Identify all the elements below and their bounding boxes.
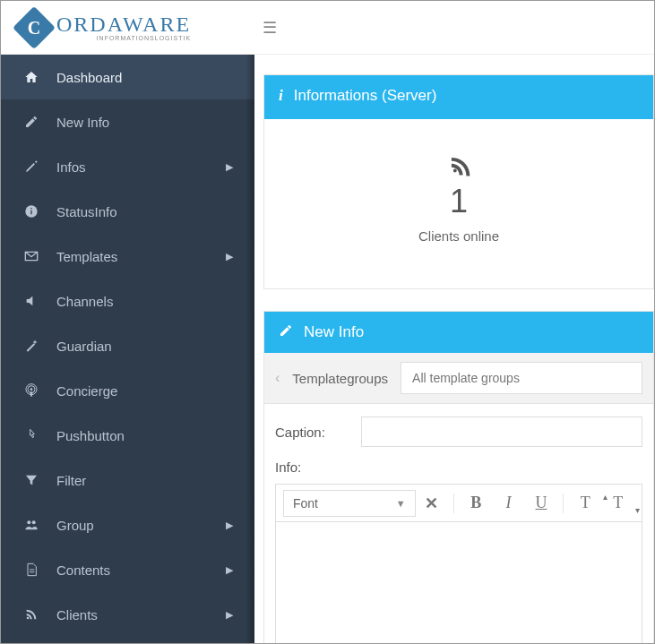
svg-point-6 — [27, 520, 30, 524]
clear-font-button[interactable]: ✕ — [416, 490, 448, 517]
editor-toolbar: Font ▼ ✕ B I U T▴ T▾ — [275, 484, 642, 521]
logo-mark: C — [13, 5, 56, 48]
edit-icon — [22, 115, 40, 129]
sidebar: DashboardNew InfoInfos▶StatusInfoTemplat… — [1, 55, 254, 643]
main-content: i Informations (Server) 1 Clients online… — [254, 55, 654, 643]
informations-panel-header: i Informations (Server) — [264, 75, 653, 116]
sidebar-item-filter[interactable]: Filter — [1, 458, 254, 502]
chevron-right-icon: ▶ — [226, 609, 233, 621]
sidebar-item-label: Infos — [56, 159, 86, 175]
caption-input[interactable] — [361, 416, 642, 447]
hamburger-icon[interactable]: ☰ — [263, 18, 277, 38]
edit-icon — [279, 323, 293, 342]
sidebar-item-label: New Info — [56, 115, 109, 130]
podcast-icon — [22, 383, 40, 398]
sidebar-item-label: Channels — [56, 294, 113, 309]
group-icon — [22, 518, 40, 532]
chevron-right-icon: ▶ — [226, 519, 233, 531]
templategroups-select[interactable]: All template groups — [401, 362, 642, 394]
sidebar-item-guardian[interactable]: Guardian — [1, 323, 254, 368]
home-icon — [22, 70, 40, 84]
logo-wordmark: ORDAWARE — [56, 13, 191, 35]
sidebar-item-contents[interactable]: Contents▶ — [1, 547, 254, 592]
sidebar-item-label: Pushbutton — [56, 428, 125, 443]
sidebar-item-label: Group — [56, 518, 94, 533]
underline-button[interactable]: U — [525, 490, 557, 517]
chevron-left-icon[interactable]: ‹ — [275, 370, 280, 386]
chevron-right-icon: ▶ — [226, 161, 233, 173]
font-select[interactable]: Font ▼ — [283, 490, 416, 517]
sidebar-item-label: Dashboard — [56, 70, 122, 85]
sidebar-item-dashboard[interactable]: Dashboard — [1, 55, 254, 99]
svg-rect-2 — [30, 208, 31, 209]
filter-icon — [22, 473, 40, 487]
logo-tagline: INFORMATIONSLOGISTIK — [56, 35, 191, 41]
sidebar-item-label: Clients — [56, 607, 98, 623]
rss-icon — [22, 607, 40, 622]
sidebar-item-label: Filter — [56, 473, 86, 488]
topbar: C ORDAWARE INFORMATIONSLOGISTIK ☰ — [1, 1, 654, 55]
file-icon — [22, 562, 40, 577]
logo[interactable]: C ORDAWARE INFORMATIONSLOGISTIK — [19, 13, 191, 43]
sidebar-item-new-info[interactable]: New Info — [1, 99, 254, 144]
chevron-right-icon: ▶ — [226, 564, 233, 576]
wand-icon — [22, 339, 40, 353]
sidebar-item-label: Templates — [56, 249, 117, 264]
superscript-button[interactable]: T▴ — [569, 490, 601, 517]
svg-point-8 — [27, 617, 30, 620]
informations-body: 1 Clients online — [264, 116, 653, 288]
templategroups-bar: ‹ Templategroups All template groups — [264, 353, 653, 404]
chevron-right-icon: ▶ — [226, 251, 233, 262]
envelope-icon — [22, 249, 40, 263]
sidebar-item-clients[interactable]: Clients▶ — [1, 592, 254, 637]
bold-button[interactable]: B — [460, 490, 492, 517]
newinfo-panel: New Info ‹ Templategroups All template g… — [263, 311, 654, 643]
clients-label: Clients online — [273, 228, 644, 244]
sidebar-item-statusinfo[interactable]: StatusInfo — [1, 189, 254, 234]
editor-body[interactable] — [275, 521, 642, 643]
sidebar-item-pushbutton[interactable]: Pushbutton — [1, 413, 254, 458]
caption-row: Caption: — [264, 404, 653, 452]
newinfo-title: New Info — [304, 323, 364, 341]
italic-button[interactable]: I — [492, 490, 524, 517]
font-select-label: Font — [293, 496, 318, 511]
info-icon: i — [279, 87, 283, 105]
info-label: Info: — [264, 452, 653, 477]
sidebar-item-channels[interactable]: Channels — [1, 279, 254, 323]
sidebar-item-concierge[interactable]: Concierge — [1, 368, 254, 413]
pointer-icon — [22, 428, 40, 442]
clients-count: 1 — [273, 185, 644, 218]
subscript-button[interactable]: T▾ — [602, 490, 634, 517]
sidebar-item-label: StatusInfo — [56, 204, 117, 219]
toolbar-separator — [563, 494, 564, 513]
toolbar-separator — [453, 494, 454, 513]
chevron-down-icon: ▼ — [396, 498, 406, 509]
caption-label: Caption: — [275, 425, 341, 440]
pencil-icon — [22, 159, 40, 174]
svg-point-7 — [32, 520, 36, 524]
informations-title: Informations (Server) — [294, 87, 437, 105]
rss-icon — [273, 155, 644, 182]
sidebar-item-infos[interactable]: Infos▶ — [1, 144, 254, 189]
newinfo-panel-header: New Info — [264, 312, 653, 353]
templategroups-value: All template groups — [412, 371, 520, 385]
logo-letter: C — [28, 17, 40, 38]
sidebar-item-label: Guardian — [56, 339, 112, 354]
svg-point-3 — [30, 388, 33, 391]
sidebar-item-group[interactable]: Group▶ — [1, 502, 254, 547]
sidebar-item-templates[interactable]: Templates▶ — [1, 234, 254, 279]
svg-rect-1 — [30, 210, 31, 215]
sidebar-item-label: Contents — [56, 562, 110, 578]
informations-panel: i Informations (Server) 1 Clients online — [263, 74, 654, 289]
info-icon — [22, 204, 40, 219]
templategroups-label: Templategroups — [292, 371, 388, 386]
sidebar-item-label: Concierge — [56, 383, 117, 399]
volume-icon — [22, 294, 40, 308]
